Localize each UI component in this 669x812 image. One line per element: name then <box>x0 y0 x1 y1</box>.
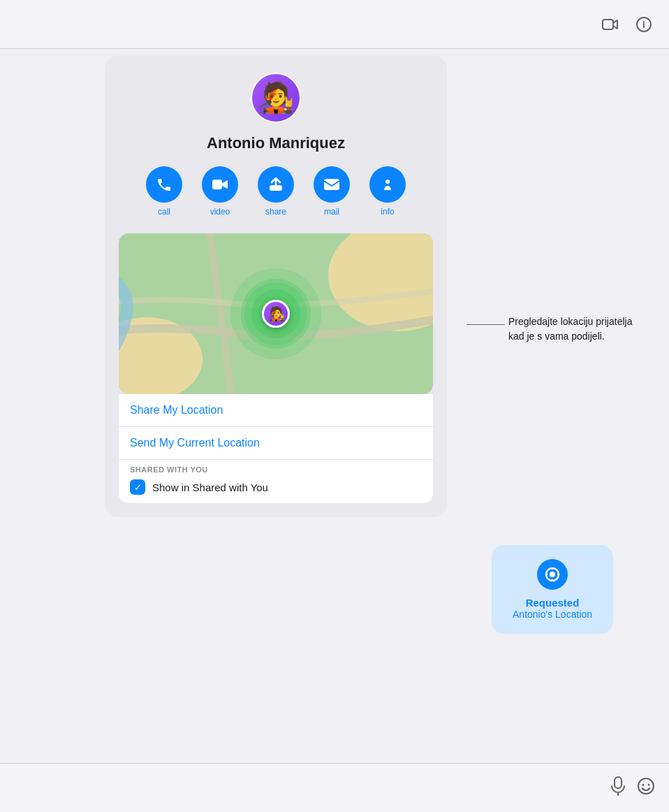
callout-line <box>466 324 505 325</box>
emoji-icon[interactable] <box>637 777 655 799</box>
show-in-shared-row[interactable]: ✓ Show in Shared with You <box>130 479 422 500</box>
call-button[interactable] <box>146 166 182 203</box>
svg-rect-3 <box>270 185 282 191</box>
share-my-location-option[interactable]: Share My Location <box>119 394 433 427</box>
shared-with-you-label: SHARED WITH YOU <box>130 465 422 474</box>
info-button[interactable] <box>633 13 655 36</box>
share-label: share <box>265 207 286 217</box>
mail-button[interactable] <box>314 166 350 203</box>
location-pulse-inner: 🧑‍🎤 <box>251 289 300 338</box>
info-label: info <box>381 207 394 217</box>
location-request-icon <box>537 559 568 590</box>
requested-text: Requested Antonio's Location <box>513 597 592 620</box>
video-button[interactable] <box>202 166 238 203</box>
svg-point-10 <box>550 572 555 577</box>
info-button-wrap[interactable]: info <box>369 166 406 217</box>
mail-button-wrap[interactable]: mail <box>314 166 350 217</box>
requested-title: Requested <box>513 597 592 609</box>
info-btn[interactable] <box>369 166 406 203</box>
contact-panel: 🧑‍🎤 Antonio Manriquez call <box>105 56 447 517</box>
requested-subtitle: Antonio's Location <box>513 609 592 620</box>
microphone-icon[interactable] <box>610 776 626 800</box>
location-options: Share My Location Send My Current Locati… <box>119 394 433 503</box>
svg-point-6 <box>328 233 433 331</box>
mail-label: mail <box>324 207 339 217</box>
map-container[interactable]: 🧑‍🎤 Three Rivers, CA Live 🚗 8 hr 11 min <box>119 233 433 394</box>
show-in-shared-label: Show in Shared with You <box>152 481 268 493</box>
callout-annotation: Pregledajte lokaciju prijatelja kad je s… <box>508 314 634 344</box>
app-background: 🧑‍🎤 Antonio Manriquez call <box>0 0 669 812</box>
share-button-wrap[interactable]: share <box>258 166 294 217</box>
svg-rect-0 <box>603 20 613 29</box>
map-background: 🧑‍🎤 <box>119 233 433 394</box>
svg-rect-16 <box>615 777 622 788</box>
map-avatar-pin: 🧑‍🎤 <box>262 300 290 328</box>
requested-location-bubble-wrap: Requested Antonio's Location <box>492 545 613 634</box>
main-content: 🧑‍🎤 Antonio Manriquez call <box>0 49 669 812</box>
show-in-shared-checkbox[interactable]: ✓ <box>130 479 145 495</box>
callout-text: Pregledajte lokaciju prijatelja kad je s… <box>508 314 634 344</box>
shared-with-you-section: SHARED WITH YOU ✓ Show in Shared with Yo… <box>119 460 433 503</box>
video-call-button[interactable] <box>599 13 622 36</box>
call-button-wrap[interactable]: call <box>146 166 182 217</box>
svg-point-5 <box>385 180 390 184</box>
input-bar <box>0 763 669 812</box>
requested-location-bubble[interactable]: Requested Antonio's Location <box>492 545 613 634</box>
contact-name: Antonio Manriquez <box>119 134 433 152</box>
action-buttons-row: call video <box>119 166 433 217</box>
share-button[interactable] <box>258 166 294 203</box>
svg-point-20 <box>648 783 650 785</box>
contact-avatar: 🧑‍🎤 <box>251 73 301 123</box>
svg-point-19 <box>642 783 645 785</box>
location-pulse: 🧑‍🎤 <box>241 279 311 349</box>
svg-point-18 <box>638 778 654 794</box>
call-label: call <box>158 207 170 217</box>
avatar-container: 🧑‍🎤 <box>119 73 433 123</box>
video-label: video <box>210 207 230 217</box>
send-current-location-option[interactable]: Send My Current Location <box>119 427 433 460</box>
top-bar <box>0 0 669 49</box>
video-button-wrap[interactable]: video <box>202 166 238 217</box>
svg-rect-4 <box>324 179 339 190</box>
svg-rect-2 <box>212 180 222 189</box>
